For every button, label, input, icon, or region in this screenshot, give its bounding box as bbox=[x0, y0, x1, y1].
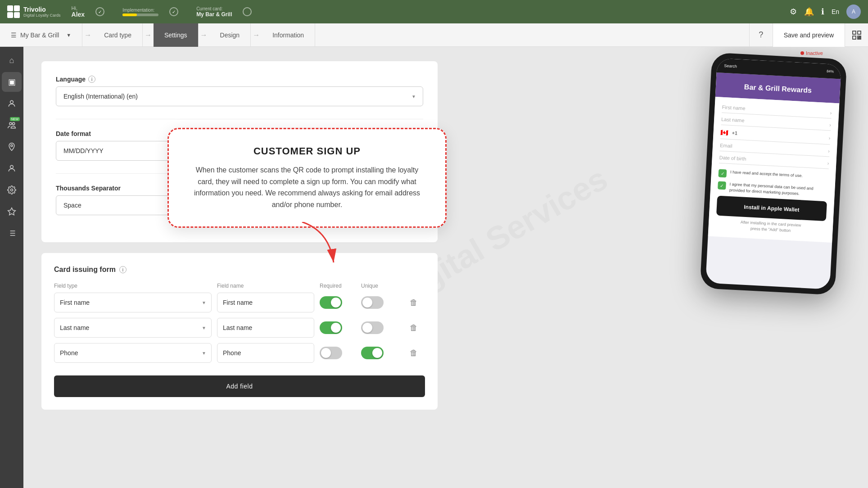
svg-rect-0 bbox=[853, 31, 856, 34]
nav-current-card: Current card: My Bar & Grill bbox=[196, 6, 232, 18]
sidebar-item-settings[interactable] bbox=[2, 180, 22, 200]
required-toggle-2[interactable] bbox=[320, 321, 342, 334]
field-row-firstname: First name Last name Phone Email 🗑 bbox=[54, 293, 425, 312]
add-field-button[interactable]: Add field bbox=[54, 375, 425, 397]
svg-point-11 bbox=[11, 145, 13, 146]
tooltip-popup: CUSTOMER SIGN UP When the customer scans… bbox=[167, 128, 447, 228]
svg-point-10 bbox=[13, 122, 15, 125]
field-type-select-wrapper-2: Last name First name Phone Email bbox=[54, 318, 212, 338]
tooltip-arrow-svg bbox=[293, 222, 347, 267]
implementation-label: Implementation: bbox=[122, 8, 158, 13]
sidebar-item-card[interactable]: ▣ bbox=[2, 72, 22, 92]
delete-field-1[interactable]: 🗑 bbox=[402, 298, 425, 307]
lang-label[interactable]: En bbox=[832, 8, 839, 15]
nav-implementation: Implementation: bbox=[122, 8, 158, 16]
sidebar-item-list[interactable] bbox=[2, 223, 22, 243]
nav-user: Hi, Alex bbox=[72, 5, 85, 18]
phone-email-placeholder: Email bbox=[720, 143, 732, 149]
help-button[interactable]: ? bbox=[749, 23, 773, 47]
field-name-input-3[interactable] bbox=[217, 343, 314, 363]
breadcrumb-design-label: Design bbox=[220, 32, 240, 39]
phone-dob-chevron: › bbox=[827, 160, 829, 166]
sidebar-item-home[interactable]: ⌂ bbox=[2, 50, 22, 70]
language-select[interactable]: English (International) (en) bbox=[56, 86, 423, 106]
nav-user-circle: ✓ bbox=[95, 7, 104, 16]
nav-username: Alex bbox=[72, 11, 85, 18]
phone-dob-placeholder: Date of birth bbox=[719, 155, 746, 162]
inactive-dot bbox=[800, 51, 804, 55]
required-toggle-3[interactable] bbox=[320, 347, 342, 359]
store-icon: ☰ bbox=[11, 32, 17, 39]
gear-icon[interactable]: ⚙ bbox=[790, 7, 797, 17]
language-info-icon[interactable]: i bbox=[88, 76, 95, 83]
unique-toggle-3[interactable] bbox=[361, 347, 384, 359]
phone-status-right: 84% bbox=[827, 69, 834, 73]
field-type-select-1[interactable]: First name Last name Phone Email bbox=[54, 293, 212, 312]
phone-checkbox-2: ✓ bbox=[718, 181, 726, 190]
logo-text: Trivolio Digital Loyalty Cards bbox=[23, 6, 61, 18]
language-select-wrapper: English (International) (en) bbox=[56, 86, 423, 106]
phone-checkbox-1: ✓ bbox=[718, 169, 727, 178]
breadcrumb-information[interactable]: Information bbox=[262, 23, 315, 47]
logo: Trivolio Digital Loyalty Cards bbox=[7, 5, 61, 18]
svg-rect-4 bbox=[860, 36, 861, 37]
phone-install-button[interactable]: Install in Apple Wallet bbox=[716, 196, 827, 221]
logo-grid-icon bbox=[7, 5, 20, 18]
breadcrumb-actions: ? Save and preview bbox=[749, 23, 868, 47]
phone-terms2-text: I agree that my personal data can be use… bbox=[729, 181, 828, 198]
sidebar-item-user[interactable] bbox=[2, 158, 22, 178]
field-row-lastname: Last name First name Phone Email 🗑 bbox=[54, 318, 425, 338]
field-name-input-1[interactable] bbox=[217, 293, 314, 312]
current-card-label: Current card: bbox=[196, 6, 232, 11]
breadcrumb-settings[interactable]: Settings bbox=[154, 23, 199, 47]
phone-battery: 84% bbox=[827, 69, 834, 73]
sidebar-item-rewards[interactable] bbox=[2, 202, 22, 221]
field-type-select-wrapper-3: Phone First name Last name Email bbox=[54, 343, 212, 363]
field-type-header: Field type bbox=[54, 283, 212, 289]
field-name-input-2[interactable] bbox=[217, 318, 314, 338]
breadcrumb-nav: ☰ My Bar & Grill ▼ → Card type → Setting… bbox=[0, 23, 868, 47]
delete-field-3[interactable]: 🗑 bbox=[402, 348, 425, 358]
required-toggle-1[interactable] bbox=[320, 296, 342, 309]
qr-button[interactable] bbox=[845, 23, 868, 47]
inactive-badge: Inactive bbox=[800, 50, 823, 56]
phone-terms2-row: ✓ I agree that my personal data can be u… bbox=[718, 181, 828, 198]
phone-preview: Inactive Search 84% Bar & Grill Rewards bbox=[706, 56, 850, 292]
current-card-value: My Bar & Grill bbox=[196, 11, 232, 18]
required-toggle-knob-1 bbox=[331, 298, 341, 307]
required-toggle-knob-2 bbox=[331, 323, 341, 333]
sidebar-item-profile[interactable] bbox=[2, 94, 22, 113]
svg-point-12 bbox=[10, 165, 14, 168]
language-label: Language i bbox=[56, 76, 423, 83]
breadcrumb-store[interactable]: ☰ My Bar & Grill ▼ bbox=[0, 23, 82, 47]
bell-icon[interactable]: 🔔 bbox=[804, 7, 814, 17]
phone-dob-field: Date of birth › bbox=[719, 155, 829, 169]
breadcrumb-design[interactable]: Design bbox=[209, 23, 251, 47]
sidebar-item-location[interactable] bbox=[2, 137, 22, 157]
phone-prefix: +1 bbox=[732, 130, 737, 136]
sidebar-item-group[interactable]: NEW bbox=[2, 115, 22, 135]
save-preview-button[interactable]: Save and preview bbox=[773, 23, 845, 47]
phone-lastname-chevron: › bbox=[829, 122, 831, 127]
svg-point-8 bbox=[10, 100, 14, 104]
breadcrumb-card-type[interactable]: Card type bbox=[93, 23, 143, 47]
avatar[interactable]: A bbox=[846, 5, 861, 19]
phone-lastname-placeholder: Last name bbox=[721, 117, 745, 123]
field-type-select-3[interactable]: Phone First name Last name Email bbox=[54, 343, 212, 363]
required-toggle-knob-3 bbox=[321, 348, 331, 358]
card-form-title: Card issuing form i bbox=[54, 266, 425, 274]
delete-field-2[interactable]: 🗑 bbox=[402, 323, 425, 333]
svg-rect-2 bbox=[853, 36, 856, 39]
breadcrumb-store-dropdown: ▼ bbox=[66, 32, 71, 38]
info-icon[interactable]: ℹ bbox=[821, 7, 824, 17]
unique-toggle-2[interactable] bbox=[361, 321, 384, 334]
breadcrumb-arrow-3: → bbox=[199, 31, 209, 39]
field-type-select-2[interactable]: Last name First name Phone Email bbox=[54, 318, 212, 338]
svg-rect-1 bbox=[858, 31, 861, 34]
phone-phone-field: 🇨🇦 +1 › bbox=[720, 129, 831, 145]
unique-toggle-1[interactable] bbox=[361, 296, 384, 309]
card-form-info-icon[interactable]: i bbox=[119, 266, 127, 273]
unique-header: Unique bbox=[361, 283, 397, 289]
breadcrumb-arrow-2: → bbox=[143, 31, 154, 39]
svg-point-13 bbox=[11, 189, 13, 191]
